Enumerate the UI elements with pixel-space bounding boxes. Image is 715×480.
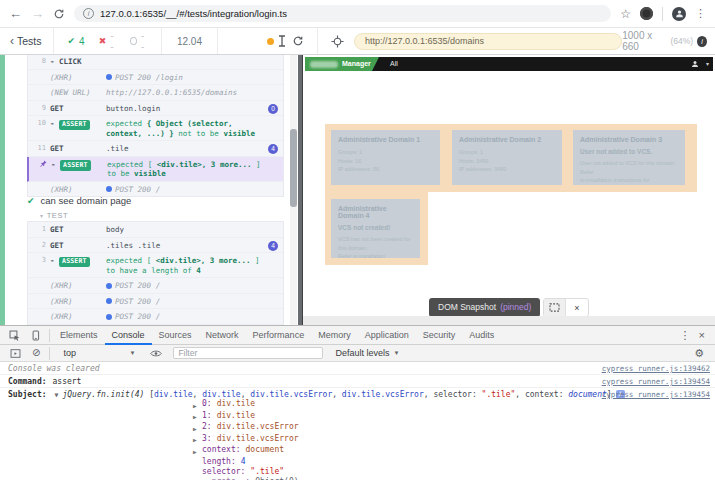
passed-count: ✔ 4 <box>61 36 92 47</box>
viewport-info-icon[interactable]: i <box>697 36 707 47</box>
console-sidebar-icon[interactable] <box>5 348 26 359</box>
command-row[interactable]: (XHR)POST 200 / <box>28 278 283 294</box>
domain-tile[interactable]: Administrative Domain 2Groups: 1Hosts: 3… <box>452 130 562 185</box>
expand-arrow-icon[interactable]: ▶ <box>193 399 202 411</box>
reporter-scrollbar[interactable] <box>290 55 297 325</box>
tree-row[interactable]: ▶context:document <box>8 445 710 457</box>
devtools-tab-elements[interactable]: Elements <box>53 326 105 344</box>
devtools-tab-performance[interactable]: Performance <box>246 326 312 344</box>
browser-menu-icon[interactable]: ⋮ <box>695 7 706 20</box>
tests-label: Tests <box>17 35 42 47</box>
command-name: GET <box>50 144 106 154</box>
extension-icon[interactable] <box>640 7 653 20</box>
command-message: POST 200 / <box>106 312 263 322</box>
property-key: context: <box>202 445 241 455</box>
tree-row[interactable]: length:4 <box>8 457 710 467</box>
tile-stat-line: IP addresses: 3480 <box>459 165 555 174</box>
command-row[interactable]: 8- CLICK <box>28 55 283 70</box>
devtools-tab-security[interactable]: Security <box>416 326 463 344</box>
app-url-bar[interactable]: http://127.0.0.1:6535/domains <box>354 33 622 50</box>
chevron-down-icon[interactable]: ▾ <box>706 57 709 71</box>
address-bar[interactable]: i 127.0.0.1:6535/__/#/tests/integration/… <box>74 5 611 22</box>
back-to-tests-button[interactable]: ‹ Tests <box>6 34 46 48</box>
devtools-close-icon[interactable]: × <box>699 329 705 341</box>
command-row[interactable]: 1GETbody <box>28 222 283 238</box>
user-icon[interactable] <box>691 60 699 68</box>
command-row-pinned[interactable]: - ASSERTexpected [ <div.tile>, 3 more...… <box>27 157 283 182</box>
command-name: (XHR) <box>50 297 106 307</box>
page-info-icon[interactable]: i <box>83 8 94 19</box>
command-row[interactable]: (XHR)POST 200 / <box>28 309 283 325</box>
profile-avatar[interactable] <box>672 7 686 21</box>
clear-console-icon[interactable]: ⊘ <box>32 348 40 358</box>
domain-tile[interactable]: Administrative Domain 3User not added to… <box>573 130 685 185</box>
command-row[interactable]: (XHR)POST 200 /login <box>28 70 283 86</box>
console-filter-input[interactable] <box>173 347 323 359</box>
reporter-scrollbar-thumb[interactable] <box>290 129 297 207</box>
expand-arrow-icon[interactable]: ▶ <box>193 411 202 423</box>
command-message: POST 200 / <box>106 297 263 307</box>
app-logo[interactable]: Manager <box>305 57 379 71</box>
back-icon[interactable]: ← <box>9 7 22 20</box>
object-preview-segment: , <box>193 390 203 399</box>
tree-row[interactable]: ▶2:div.tile.vcsError <box>8 422 710 434</box>
unpin-snapshot-button[interactable]: × <box>566 299 588 316</box>
command-row[interactable]: 9GETbutton.login0 <box>28 101 283 117</box>
tree-row[interactable]: ▶__proto__:Object(0) <box>8 477 710 480</box>
forward-icon[interactable]: → <box>31 7 44 20</box>
domain-tile[interactable]: Administrative Domain 4VCS not created!V… <box>331 199 420 258</box>
command-row[interactable]: (XHR)POST 200 / <box>28 182 283 197</box>
restart-tests-icon[interactable] <box>286 35 310 47</box>
bookmark-star-icon[interactable]: ☆ <box>620 7 631 21</box>
devtools-tab-sources[interactable]: Sources <box>152 326 199 344</box>
console-settings-gear-icon[interactable]: ⚙ <box>694 347 710 360</box>
expand-arrow-icon[interactable]: ▶ <box>193 445 202 457</box>
devtools-tab-application[interactable]: Application <box>358 326 416 344</box>
source-link[interactable]: cypress_runner.js:139454 <box>602 377 710 386</box>
command-row[interactable]: 2GET.tiles .tile4 <box>28 238 283 254</box>
pin-icon[interactable] <box>29 160 51 168</box>
tile-stat-line: IP addresses: 56 <box>338 165 433 174</box>
command-row[interactable]: 10- ASSERTexpected { Object (selector, c… <box>28 116 283 141</box>
object-preview-segment: selector: <box>433 390 481 399</box>
expand-arrow-icon[interactable]: ▶ <box>193 434 202 446</box>
expand-arrow-icon[interactable]: ▶ <box>193 477 202 480</box>
source-link[interactable]: cypress_runner.js:139454 <box>602 390 710 399</box>
object-preview[interactable]: jQuery.fn.init(4) [div.tile, div.tile, d… <box>62 390 611 399</box>
tree-row[interactable]: ▶0:div.tile <box>8 399 710 411</box>
caret-down-icon: ▼ <box>129 350 135 356</box>
devtools-tabbar: ElementsConsoleSourcesNetworkPerformance… <box>0 326 715 345</box>
command-row[interactable]: (XHR)POST 200 / <box>28 294 283 310</box>
tree-row[interactable]: ▶1:div.tile <box>8 411 710 423</box>
test-section-header[interactable]: ▾TEST <box>40 211 68 220</box>
log-levels-select[interactable]: Default levels ▼ <box>335 348 399 358</box>
devtools-menu-icon[interactable]: ⋮ <box>680 329 691 342</box>
test-title[interactable]: ✔ can see domain page <box>27 195 131 206</box>
selector-playground-icon[interactable] <box>325 35 350 48</box>
reload-icon[interactable] <box>53 8 65 20</box>
expand-arrow-icon[interactable]: ▶ <box>193 422 202 434</box>
devtools-tab-network[interactable]: Network <box>199 326 246 344</box>
xhr-dot-icon <box>106 74 112 80</box>
devtools-tab-console[interactable]: Console <box>105 326 152 345</box>
live-expression-eye-icon[interactable] <box>145 349 167 358</box>
command-row[interactable]: (NEW URL)http://127.0.0.1:6535/domains <box>28 85 283 101</box>
source-link[interactable]: cypress_runner.js:139462 <box>602 364 710 373</box>
command-name: GET <box>50 104 106 114</box>
app-nav-tab-all[interactable]: All <box>390 57 398 71</box>
frame-context-select[interactable]: top ▼ <box>59 348 139 358</box>
inspect-element-icon[interactable] <box>4 330 25 341</box>
tree-row[interactable]: selector:".tile" <box>8 467 710 477</box>
tile-stat-line: VCS has not been created for this domain… <box>338 235 413 252</box>
devtools-tab-audits[interactable]: Audits <box>462 326 501 344</box>
command-row[interactable]: 3- ASSERTexpected [ <div.tile>, 3 more..… <box>28 253 283 278</box>
scroll-indicator[interactable] <box>267 35 286 47</box>
command-row[interactable]: 11GET.tile4 <box>28 141 283 157</box>
address-url: 127.0.0.1:6535/__/#/tests/integration/lo… <box>100 8 287 19</box>
domain-tile[interactable]: Administrative Domain 1Groups: 1Hosts: 1… <box>331 130 440 185</box>
devtools-tab-memory[interactable]: Memory <box>311 326 358 344</box>
tree-row[interactable]: ▶3:div.tile.vcsError <box>8 434 710 446</box>
collapse-arrow-icon[interactable]: ▼ <box>55 391 59 399</box>
toggle-highlights-button[interactable] <box>544 299 566 316</box>
device-toolbar-icon[interactable] <box>25 330 46 341</box>
